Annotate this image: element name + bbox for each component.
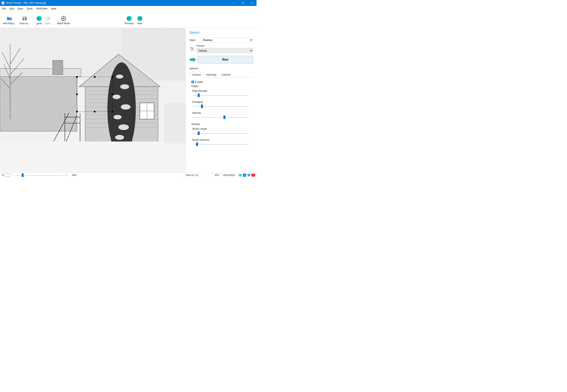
close-button[interactable]	[247, 0, 256, 6]
stroke-thickness-label: Stroke thickness	[191, 139, 251, 141]
enable-checkbox[interactable]	[191, 81, 194, 83]
svg-rect-86	[191, 47, 192, 48]
style-label: Style	[189, 39, 201, 42]
zoom-tool-icon[interactable]	[1, 173, 5, 177]
menu-help[interactable]: Help	[51, 7, 56, 10]
zoom-slider[interactable]	[16, 173, 63, 177]
gear-icon	[61, 16, 66, 21]
strokes-label: Strokes	[191, 123, 251, 126]
svg-point-66	[113, 95, 120, 99]
svg-rect-87	[193, 48, 193, 49]
svg-line-23	[62, 20, 62, 20]
svg-point-15	[63, 18, 64, 19]
app-icon	[1, 1, 5, 5]
svg-rect-37	[0, 69, 81, 77]
svg-point-69	[118, 124, 129, 130]
fit-screen-icon[interactable]	[6, 173, 10, 177]
presets-label: Presets	[197, 44, 253, 47]
svg-point-68	[113, 115, 121, 119]
svg-rect-36	[0, 75, 77, 131]
svg-point-90	[2, 174, 4, 176]
svg-rect-38	[53, 60, 63, 75]
save-icon	[22, 16, 27, 21]
svg-rect-7	[23, 17, 26, 18]
save-as-button[interactable]: Save as...	[18, 14, 31, 25]
enable-label: Enable	[195, 81, 203, 84]
stroke-length-label: Stroke Length	[191, 127, 251, 130]
tab-hatching[interactable]: Hatching	[204, 72, 219, 77]
svg-point-64	[116, 75, 123, 79]
svg-point-1	[3, 2, 4, 2]
menu-view[interactable]: View	[17, 7, 23, 10]
svg-line-21	[65, 20, 65, 20]
minimize-button[interactable]	[229, 0, 238, 6]
svg-line-20	[62, 17, 62, 17]
edge-strength-slider[interactable]	[191, 94, 251, 97]
svg-rect-88	[192, 50, 192, 50]
menu-edit[interactable]: Edit	[10, 7, 14, 10]
svg-point-67	[121, 104, 130, 110]
facebook-icon[interactable]: f	[243, 173, 246, 177]
svg-text:i: i	[240, 174, 240, 176]
format-status: JPG	[212, 173, 221, 177]
redo-icon	[45, 16, 51, 21]
presets-icon	[189, 46, 195, 52]
toolbar: Add File(s)... Save as... Undo Redo Batc…	[0, 11, 256, 28]
run-button[interactable]: Run	[198, 56, 253, 63]
window-title: Sketch Drawer - IMG_0912~photo.jpg*	[6, 1, 46, 4]
svg-line-91	[4, 176, 5, 177]
menubar: File Edit View Tools SoftOrbits Help	[0, 6, 256, 11]
time-status: Time (s): 0.2	[183, 173, 200, 177]
youtube-icon[interactable]	[251, 173, 255, 177]
stroke-length-slider[interactable]	[191, 131, 251, 135]
svg-point-70	[115, 135, 124, 140]
svg-rect-8	[24, 19, 26, 20]
stroke-thickness-slider[interactable]	[191, 142, 251, 146]
next-button[interactable]: Next	[135, 14, 144, 25]
statusbar: − + 19% Time (s): 0.2 JPG 4032x3024 i f	[0, 173, 256, 177]
undo-button[interactable]: Undo	[35, 14, 43, 25]
tab-colorize[interactable]: Colorize	[219, 72, 233, 77]
folder-open-icon	[7, 16, 12, 21]
svg-marker-89	[190, 57, 196, 62]
intensity-slider[interactable]	[191, 115, 251, 119]
style-dropdown[interactable]: Realistic	[201, 37, 253, 42]
sidebar: Sketch Style Realistic Presets Default R…	[186, 28, 256, 173]
svg-rect-82	[164, 103, 186, 143]
zoom-out-button[interactable]: −	[11, 173, 14, 177]
zoom-value: 19%	[72, 174, 76, 177]
tab-contour[interactable]: Contour	[189, 72, 204, 77]
intensity-label: Intensity	[191, 112, 251, 114]
maximize-button[interactable]	[238, 0, 247, 6]
edge-strength-label: Edge Strength	[191, 90, 251, 92]
info-icon[interactable]: i	[238, 173, 242, 177]
zoom-in-button[interactable]: +	[64, 173, 68, 177]
batch-mode-button[interactable]: Batch Mode	[56, 14, 71, 25]
twitter-icon[interactable]	[247, 173, 251, 177]
sidebar-heading: Sketch	[189, 31, 253, 35]
arrow-left-icon	[126, 16, 132, 21]
options-label: Options	[189, 67, 253, 70]
previous-button[interactable]: Previous	[123, 14, 135, 25]
undo-icon	[36, 16, 42, 21]
arrow-right-icon	[137, 16, 142, 21]
menu-tools[interactable]: Tools	[27, 7, 32, 10]
presets-dropdown[interactable]: Default	[197, 48, 253, 53]
canvas-area[interactable]	[0, 28, 186, 173]
sketch-image	[0, 28, 186, 173]
svg-rect-81	[0, 141, 186, 173]
smudging-label: Smudging	[191, 100, 251, 103]
smudging-slider[interactable]	[191, 104, 251, 108]
dimensions-status: 4032x3024	[221, 173, 237, 177]
edges-label: Edges	[191, 85, 251, 88]
titlebar: Sketch Drawer - IMG_0912~photo.jpg*	[0, 0, 256, 6]
options-tabs: Contour Hatching Colorize	[189, 72, 253, 77]
svg-rect-3	[242, 2, 244, 4]
svg-point-65	[120, 84, 129, 89]
run-arrow-icon	[189, 56, 196, 63]
svg-rect-9	[25, 17, 25, 18]
add-files-button[interactable]: Add File(s)...	[1, 14, 18, 25]
menu-file[interactable]: File	[2, 7, 6, 10]
menu-softorbits[interactable]: SoftOrbits	[36, 7, 48, 10]
svg-line-22	[65, 17, 65, 17]
